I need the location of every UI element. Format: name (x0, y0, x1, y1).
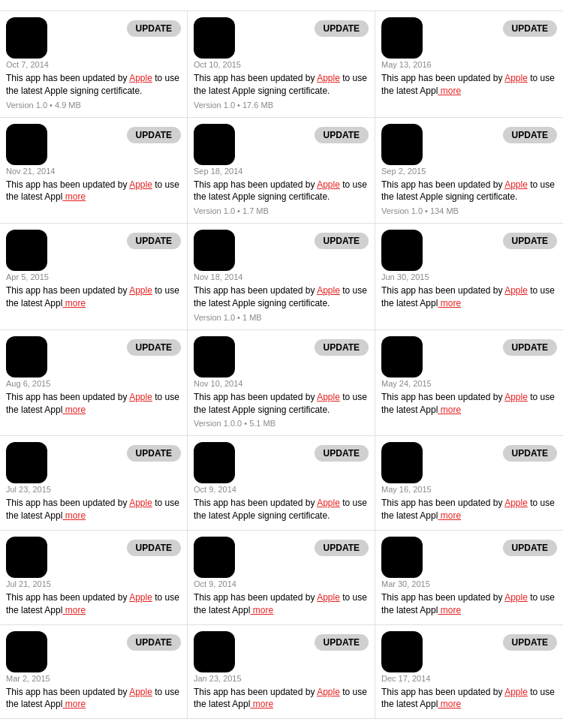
more-link[interactable]: more (62, 605, 86, 615)
app-cell: Jul 23, 2015 UPDATE This app has been up… (0, 436, 188, 531)
update-button[interactable]: UPDATE (315, 20, 369, 37)
more-link[interactable]: more (438, 510, 461, 521)
app-date: Dec 17, 2014 (381, 674, 430, 683)
app-icon (194, 336, 235, 378)
app-date: Sep 2, 2015 (381, 167, 426, 176)
apple-link[interactable]: Apple (129, 498, 152, 508)
apple-link[interactable]: Apple (504, 392, 528, 402)
app-description: This app has been updated by Apple to us… (6, 686, 181, 711)
app-cell: Dec 17, 2014 UPDATE This app has been up… (375, 625, 563, 720)
app-description: This app has been updated by Apple to us… (194, 284, 369, 310)
app-date: Aug 6, 2015 (6, 379, 50, 388)
app-date: Oct 9, 2014 (194, 579, 236, 588)
app-date: May 13, 2016 (381, 60, 432, 69)
app-icon (194, 124, 235, 165)
update-button[interactable]: UPDATE (315, 233, 369, 249)
app-icon (6, 124, 47, 165)
apple-link[interactable]: Apple (317, 179, 340, 190)
apple-link[interactable]: Apple (317, 592, 340, 603)
app-icon (6, 442, 47, 483)
app-cell: Oct 9, 2014 UPDATE This app has been upd… (188, 531, 375, 625)
update-button[interactable]: UPDATE (127, 339, 181, 356)
app-description: This app has been updated by Apple to us… (194, 686, 369, 711)
more-link[interactable]: more (62, 510, 86, 521)
apple-link[interactable]: Apple (129, 285, 152, 296)
more-link[interactable]: more (62, 699, 86, 709)
app-cell: Mar 30, 2015 UPDATE This app has been up… (375, 531, 563, 625)
update-button[interactable]: UPDATE (127, 127, 181, 143)
update-button[interactable]: UPDATE (503, 233, 557, 249)
update-button[interactable]: UPDATE (127, 445, 181, 462)
app-cell: Jun 30, 2015 UPDATE This app has been up… (375, 224, 563, 330)
app-icon (6, 631, 47, 672)
apple-link[interactable]: Apple (317, 687, 340, 697)
update-button[interactable]: UPDATE (503, 445, 557, 462)
update-button[interactable]: UPDATE (503, 634, 557, 651)
app-icon (381, 631, 423, 672)
app-icon (6, 537, 47, 578)
more-link[interactable]: more (438, 405, 461, 415)
apple-link[interactable]: Apple (504, 687, 528, 697)
app-cell: Oct 7, 2014 UPDATE This app has been upd… (0, 11, 188, 118)
update-button[interactable]: UPDATE (127, 20, 181, 37)
more-link[interactable]: more (250, 699, 273, 709)
update-button[interactable]: UPDATE (315, 445, 369, 462)
app-date: May 16, 2015 (381, 485, 432, 494)
app-description: This app has been updated by Apple to us… (381, 179, 557, 204)
app-description: This app has been updated by Apple to us… (381, 72, 557, 98)
app-description: This app has been updated by Apple to us… (194, 497, 369, 522)
update-button[interactable]: UPDATE (127, 634, 181, 651)
app-icon (194, 230, 235, 271)
app-date: Mar 30, 2015 (381, 579, 430, 588)
more-link[interactable]: more (438, 86, 461, 96)
update-button[interactable]: UPDATE (315, 540, 369, 556)
app-version: Version 1.0 • 4.9 MB (6, 101, 181, 110)
app-date: Oct 9, 2014 (194, 485, 236, 494)
app-version: Version 1.0.0 • 5.1 MB (194, 419, 369, 428)
apple-link[interactable]: Apple (129, 73, 152, 83)
update-button[interactable]: UPDATE (503, 339, 557, 356)
app-date: Oct 10, 2015 (194, 60, 241, 69)
apple-link[interactable]: Apple (129, 687, 152, 697)
apple-link[interactable]: Apple (317, 498, 340, 508)
app-version: Version 1.0 • 134 MB (381, 206, 557, 215)
update-button[interactable]: UPDATE (503, 540, 557, 556)
more-link[interactable]: more (438, 605, 461, 615)
update-button[interactable]: UPDATE (503, 127, 557, 143)
update-button[interactable]: UPDATE (503, 20, 557, 37)
app-date: Jul 21, 2015 (6, 579, 51, 588)
app-description: This app has been updated by Apple to us… (6, 179, 181, 204)
apple-link[interactable]: Apple (317, 285, 340, 296)
more-link[interactable]: more (438, 699, 461, 709)
app-cell: Oct 10, 2015 UPDATE This app has been up… (188, 11, 375, 118)
update-button[interactable]: UPDATE (315, 339, 369, 356)
update-button[interactable]: UPDATE (127, 233, 181, 249)
more-link[interactable]: more (62, 191, 86, 202)
app-icon (6, 230, 47, 271)
update-button[interactable]: UPDATE (315, 634, 369, 651)
app-description: This app has been updated by Apple to us… (6, 72, 181, 98)
more-link[interactable]: more (438, 298, 461, 308)
apple-link[interactable]: Apple (129, 592, 152, 603)
app-grid: Oct 7, 2014 UPDATE This app has been upd… (0, 11, 563, 719)
more-link[interactable]: more (62, 405, 86, 415)
apple-link[interactable]: Apple (504, 179, 528, 190)
apple-link[interactable]: Apple (504, 285, 528, 296)
app-icon (381, 537, 423, 578)
update-button[interactable]: UPDATE (315, 127, 369, 143)
apple-link[interactable]: Apple (504, 592, 528, 603)
apple-link[interactable]: Apple (504, 73, 528, 83)
more-link[interactable]: more (250, 605, 273, 615)
app-description: This app has been updated by Apple to us… (381, 284, 557, 310)
update-button[interactable]: UPDATE (127, 540, 181, 556)
app-date: Oct 7, 2014 (6, 60, 49, 69)
app-cell: Jan 23, 2015 UPDATE This app has been up… (188, 625, 375, 720)
apple-link[interactable]: Apple (504, 498, 528, 508)
apple-link[interactable]: Apple (129, 392, 152, 402)
apple-link[interactable]: Apple (317, 392, 340, 402)
app-icon (194, 537, 235, 578)
app-icon (194, 631, 235, 672)
apple-link[interactable]: Apple (317, 73, 340, 83)
apple-link[interactable]: Apple (129, 179, 152, 190)
more-link[interactable]: more (62, 298, 86, 308)
